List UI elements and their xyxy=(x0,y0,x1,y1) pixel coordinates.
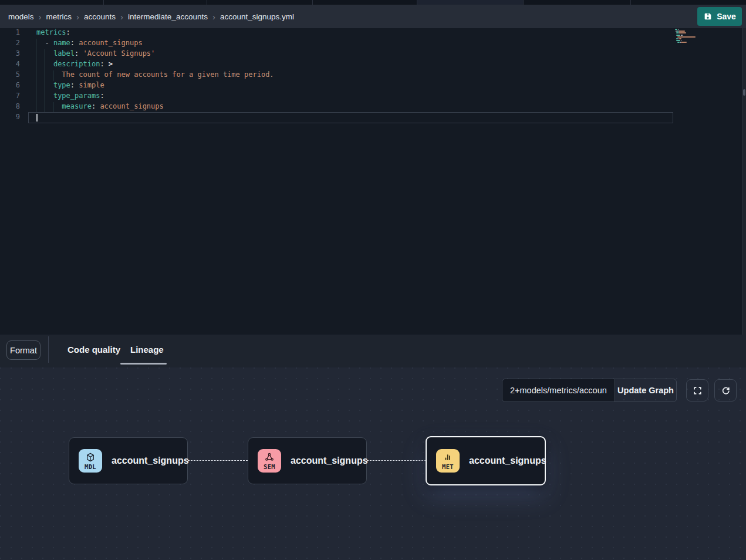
graph-nodes-icon xyxy=(264,452,275,463)
code-line-text: metrics: xyxy=(36,28,70,39)
code-line-text: measure: account_signups xyxy=(36,102,164,113)
node-label: account_signups xyxy=(291,456,368,466)
refresh-button[interactable] xyxy=(714,379,737,402)
line-number: 8 xyxy=(0,102,20,113)
code-line-text: - name: account_signups xyxy=(36,39,143,49)
badge-label: MDL xyxy=(85,463,96,470)
lineage-node-mdl[interactable]: MDLaccount_signups xyxy=(69,437,188,484)
update-graph-button[interactable]: Update Graph xyxy=(615,379,676,402)
node-label: account_signups xyxy=(112,456,189,466)
breadcrumb-item[interactable]: metrics xyxy=(46,12,72,21)
lineage-edge xyxy=(367,460,426,461)
badge-label: SEM xyxy=(264,463,275,470)
floppy-disk-icon xyxy=(703,12,713,21)
panel-divider xyxy=(48,336,49,363)
code-line-text: type_params: xyxy=(36,92,104,102)
breadcrumb-separator-icon: › xyxy=(76,12,79,21)
node-label: account_signups xyxy=(469,456,546,466)
line-number: 3 xyxy=(0,49,20,60)
breadcrumb-separator-icon: › xyxy=(212,12,215,21)
code-editor[interactable]: 1metrics:2 - name: account_signups3 labe… xyxy=(0,28,746,335)
code-line[interactable]: 4 description: > xyxy=(0,60,746,70)
lineage-edge xyxy=(188,460,248,461)
editor-tab[interactable] xyxy=(104,0,207,5)
line-number: 9 xyxy=(0,113,20,123)
lineage-selector-input[interactable] xyxy=(502,379,615,402)
minimap[interactable] xyxy=(675,29,713,46)
tab-code-quality[interactable]: Code quality xyxy=(67,345,120,355)
line-number: 4 xyxy=(0,60,20,70)
save-button[interactable]: Save xyxy=(697,7,742,26)
line-number: 6 xyxy=(0,81,20,92)
expand-corners-icon xyxy=(693,386,703,396)
editor-tab[interactable] xyxy=(313,0,417,5)
top-tab-strip xyxy=(0,0,746,5)
code-line[interactable]: 1metrics: xyxy=(0,28,746,39)
mdl-badge: MDL xyxy=(79,449,102,473)
active-tab-underline xyxy=(120,363,167,365)
badge-label: MET xyxy=(442,463,454,470)
lineage-node-met[interactable]: METaccount_signups xyxy=(426,436,546,485)
save-button-label: Save xyxy=(717,12,736,21)
editor-tab[interactable] xyxy=(417,0,524,5)
code-line[interactable]: 3 label: 'Account Signups' xyxy=(0,49,746,60)
breadcrumb-item[interactable]: intermediate_accounts xyxy=(128,12,208,21)
indent-guide xyxy=(53,102,53,113)
text-cursor xyxy=(36,114,38,122)
breadcrumb-item[interactable]: account_signups.yml xyxy=(220,12,294,21)
breadcrumb-separator-icon: › xyxy=(39,12,42,21)
editor-tab[interactable] xyxy=(207,0,313,5)
line-number: 2 xyxy=(0,39,20,49)
code-line-text: label: 'Account Signups' xyxy=(36,49,155,60)
code-line-text: type: simple xyxy=(36,81,104,92)
tab-lineage[interactable]: Lineage xyxy=(130,345,164,355)
editor-scrollbar[interactable] xyxy=(742,28,746,335)
indent-guide xyxy=(36,39,36,113)
file-header-bar: models›metrics›accounts›intermediate_acc… xyxy=(0,5,746,28)
lineage-filter-group: Update Graph xyxy=(502,379,677,402)
active-line-highlight xyxy=(28,112,673,123)
code-line[interactable]: 6 type: simple xyxy=(0,81,746,92)
code-line[interactable]: 8 measure: account_signups xyxy=(0,102,746,113)
code-line-text: description: > xyxy=(36,60,113,70)
code-lines: 1metrics:2 - name: account_signups3 labe… xyxy=(0,28,746,123)
editor-scrollbar-thumb[interactable] xyxy=(743,89,745,96)
met-badge: MET xyxy=(436,449,460,473)
breadcrumb-separator-icon: › xyxy=(120,12,123,21)
circular-arrow-icon xyxy=(721,386,731,396)
code-line-text: The count of new accounts for a given ti… xyxy=(36,70,274,81)
code-line[interactable]: 2 - name: account_signups xyxy=(0,39,746,49)
editor-tab[interactable] xyxy=(524,0,631,5)
code-line[interactable]: 7 type_params: xyxy=(0,92,746,102)
cube-icon xyxy=(85,452,96,463)
indent-guide xyxy=(53,70,53,81)
breadcrumb-item[interactable]: models xyxy=(8,12,34,21)
bar-chart-icon xyxy=(443,452,453,463)
line-number: 7 xyxy=(0,92,20,102)
bottom-panel: Format Code quality Lineage Update Graph xyxy=(0,335,746,560)
breadcrumb-item[interactable]: accounts xyxy=(84,12,116,21)
lineage-node-sem[interactable]: SEMaccount_signups xyxy=(248,437,367,484)
line-number: 1 xyxy=(0,28,20,39)
editor-tab[interactable] xyxy=(0,0,104,5)
line-number: 5 xyxy=(0,70,20,81)
code-line[interactable]: 5 The count of new accounts for a given … xyxy=(0,70,746,81)
breadcrumb: models›metrics›accounts›intermediate_acc… xyxy=(8,5,294,28)
format-button[interactable]: Format xyxy=(6,340,40,360)
indent-guide xyxy=(45,49,45,113)
sem-badge: SEM xyxy=(258,449,281,473)
ide-window: models›metrics›accounts›intermediate_acc… xyxy=(0,0,746,560)
fullscreen-button[interactable] xyxy=(686,379,708,402)
editor-tab[interactable] xyxy=(631,0,746,5)
